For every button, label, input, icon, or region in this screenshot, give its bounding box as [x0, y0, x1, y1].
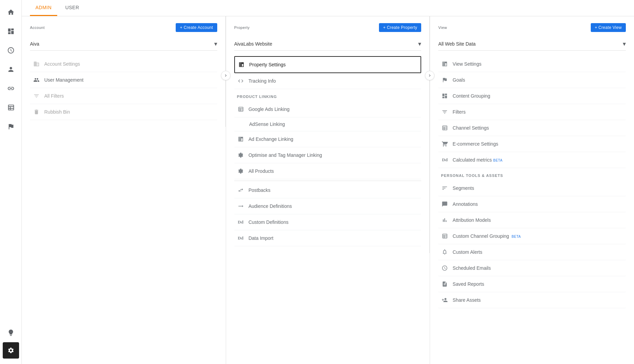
menu-item-user-management[interactable]: User Management — [30, 72, 217, 88]
segments-label: Segments — [453, 185, 623, 191]
all-filters-label: All Filters — [44, 93, 215, 99]
menu-item-custom-definitions[interactable]: Dd Custom Definitions — [234, 214, 422, 230]
menu-item-optimise-tag[interactable]: Optimise and Tag Manager Linking — [234, 147, 422, 163]
menu-item-view-filters[interactable]: Filters — [438, 104, 626, 120]
menu-item-postbacks[interactable]: Postbacks — [234, 182, 422, 198]
custom-alerts-label: Custom Alerts — [453, 249, 623, 255]
menu-item-ad-exchange[interactable]: Ad Exchange Linking — [234, 131, 422, 147]
tracking-info-label: Tracking Info — [249, 78, 419, 84]
menu-item-content-grouping[interactable]: Content Grouping — [438, 88, 626, 104]
all-filters-icon — [33, 92, 40, 100]
goals-icon — [441, 76, 448, 84]
menu-item-data-import[interactable]: Dd Data Import — [234, 230, 422, 246]
account-selector[interactable]: Aiva ▾ — [30, 37, 217, 51]
nav-lightbulb-icon[interactable] — [3, 325, 19, 341]
tab-user[interactable]: USER — [60, 0, 85, 16]
view-settings-icon — [441, 60, 448, 68]
account-selector-chevron: ▾ — [214, 40, 217, 48]
property-column: Property + Create Property AivaLabs Webs… — [226, 16, 430, 253]
nav-table-icon[interactable] — [3, 99, 19, 116]
nav-clock-icon[interactable] — [3, 42, 19, 59]
data-import-icon: Dd — [237, 234, 244, 242]
nav-settings-icon[interactable] — [3, 342, 19, 359]
nav-home-icon[interactable] — [3, 4, 19, 20]
menu-item-segments[interactable]: Segments — [438, 180, 626, 196]
create-view-button[interactable]: + Create View — [591, 23, 626, 32]
nav-link-icon[interactable] — [3, 80, 19, 97]
custom-alerts-icon — [441, 248, 448, 256]
menu-item-all-filters[interactable]: All Filters — [30, 88, 217, 104]
property-expand-button[interactable] — [425, 71, 434, 80]
product-linking-header: PRODUCT LINKING — [234, 89, 422, 101]
account-selector-value: Aiva — [30, 41, 39, 47]
menu-item-attribution-models[interactable]: Attribution Models — [438, 212, 626, 228]
menu-item-view-settings[interactable]: View Settings — [438, 56, 626, 72]
view-selector[interactable]: All Web Site Data ▾ — [438, 37, 626, 51]
ad-exchange-label: Ad Exchange Linking — [249, 136, 419, 142]
property-label: Property — [234, 26, 250, 30]
property-settings-icon — [238, 61, 245, 68]
menu-item-custom-alerts[interactable]: Custom Alerts — [438, 244, 626, 260]
menu-item-property-settings[interactable]: Property Settings — [234, 56, 422, 73]
data-import-label: Data Import — [249, 235, 419, 241]
create-property-button[interactable]: + Create Property — [379, 23, 421, 32]
content-grouping-label: Content Grouping — [453, 93, 623, 99]
menu-item-share-assets[interactable]: Share Assets — [438, 292, 626, 308]
share-assets-icon — [441, 296, 448, 304]
account-expand-button[interactable] — [221, 71, 231, 80]
menu-item-goals[interactable]: Goals — [438, 72, 626, 88]
admin-columns: Account + Create Account Aiva ▾ Account … — [22, 16, 634, 364]
nav-dashboard-icon[interactable] — [3, 23, 19, 39]
menu-item-adsense[interactable]: AdSense Linking — [234, 117, 422, 131]
menu-item-account-settings[interactable]: Account Settings — [30, 56, 217, 72]
nav-person-icon[interactable] — [3, 61, 19, 78]
top-tabs: ADMIN USER — [22, 0, 634, 16]
goals-label: Goals — [453, 77, 623, 83]
menu-item-annotations[interactable]: Annotations — [438, 196, 626, 212]
attribution-models-label: Attribution Models — [453, 217, 623, 223]
menu-item-channel-settings[interactable]: Channel Settings — [438, 120, 626, 136]
view-filters-icon — [441, 108, 448, 116]
view-settings-label: View Settings — [453, 61, 623, 67]
postbacks-label: Postbacks — [249, 187, 419, 193]
personal-tools-header: PERSONAL TOOLS & ASSETS — [438, 168, 626, 180]
scheduled-emails-icon — [441, 264, 448, 272]
property-selector[interactable]: AivaLabs Website ▾ — [234, 37, 422, 51]
adsense-label: AdSense Linking — [249, 121, 419, 127]
user-management-label: User Management — [44, 77, 215, 83]
menu-item-google-ads[interactable]: Google Ads Linking — [234, 101, 422, 117]
menu-item-audience-definitions[interactable]: Audience Definitions — [234, 198, 422, 214]
google-ads-icon — [237, 105, 244, 113]
saved-reports-label: Saved Reports — [453, 281, 623, 287]
account-settings-icon — [33, 60, 40, 68]
view-filters-label: Filters — [453, 109, 623, 115]
view-column: View + Create View All Web Site Data ▾ V… — [430, 16, 634, 315]
menu-item-scheduled-emails[interactable]: Scheduled Emails — [438, 260, 626, 276]
property-settings-label: Property Settings — [249, 62, 418, 67]
tab-admin[interactable]: ADMIN — [30, 0, 57, 16]
content-grouping-icon — [441, 92, 448, 100]
property-selector-value: AivaLabs Website — [234, 41, 272, 47]
menu-item-all-products[interactable]: All Products — [234, 163, 422, 179]
custom-channel-grouping-beta: BETA — [510, 235, 521, 238]
menu-item-custom-channel-grouping[interactable]: Custom Channel Grouping BETA — [438, 228, 626, 244]
menu-item-rubbish-bin[interactable]: Rubbish Bin — [30, 104, 217, 120]
account-column: Account + Create Account Aiva ▾ Account … — [22, 16, 226, 127]
menu-item-tracking-info[interactable]: Tracking Info — [234, 73, 422, 89]
left-nav — [0, 0, 22, 364]
menu-item-saved-reports[interactable]: Saved Reports — [438, 276, 626, 292]
account-settings-label: Account Settings — [44, 61, 215, 67]
share-assets-label: Share Assets — [453, 297, 623, 303]
annotations-label: Annotations — [453, 201, 623, 207]
menu-item-calculated-metrics[interactable]: Dd Calculated metricsBETA — [438, 152, 626, 168]
view-column-header: View + Create View — [438, 23, 626, 32]
nav-flag-icon[interactable] — [3, 118, 19, 135]
google-ads-label: Google Ads Linking — [249, 106, 419, 112]
custom-channel-grouping-label: Custom Channel Grouping BETA — [453, 233, 623, 239]
view-selector-value: All Web Site Data — [438, 41, 475, 47]
saved-reports-icon — [441, 280, 448, 288]
all-products-icon — [237, 167, 244, 175]
scheduled-emails-label: Scheduled Emails — [453, 265, 623, 271]
menu-item-ecommerce-settings[interactable]: E-commerce Settings — [438, 136, 626, 152]
create-account-button[interactable]: + Create Account — [176, 23, 217, 32]
